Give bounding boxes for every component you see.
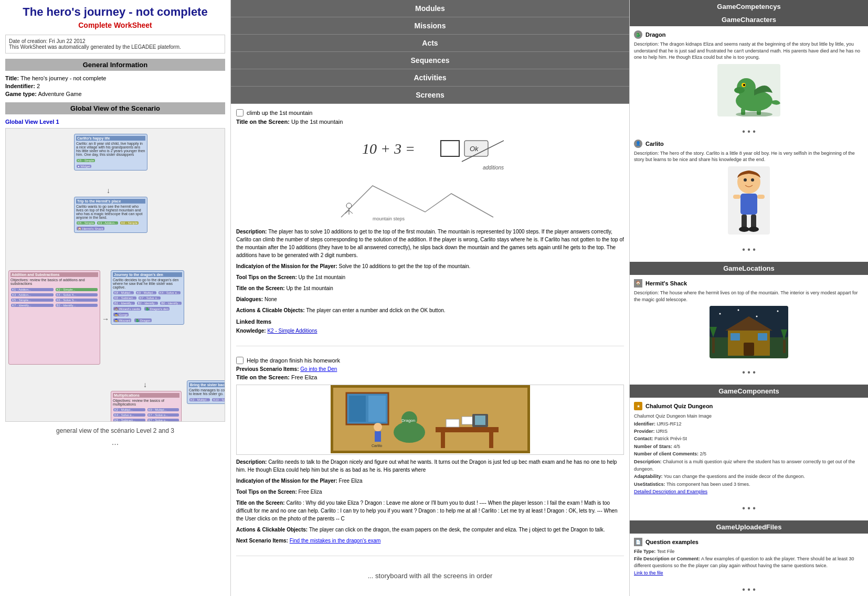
next-link-2[interactable]: Find the mistakes in the dragon's exam	[290, 538, 381, 544]
svg-text:Carlito: Carlito	[372, 444, 382, 448]
b6: K6 - Solve S...	[56, 299, 98, 302]
screen-label-2: Help the dragon finish his homework	[247, 357, 340, 364]
page-subtitle: Complete WorkSheet	[5, 21, 225, 29]
bn-org: 🧙 Gorge	[113, 313, 129, 316]
scenario-diagram: Carlito's happy life Carlito: an 8 year …	[5, 128, 225, 422]
svg-rect-14	[441, 432, 445, 448]
comp-id-label: Identifier:	[634, 421, 655, 427]
svg-point-33	[743, 84, 745, 86]
diag-node-1: Carlito's happy life Carlito: an 8 year …	[74, 134, 147, 171]
hermit-header: 🏠 Hermit's Shack	[634, 279, 864, 288]
title-on-screen-label-1: Title on the Screen:	[236, 119, 291, 125]
carlito-svg	[728, 166, 770, 235]
date-line: Date of creation: Fri Jun 22 2012	[9, 38, 221, 44]
screen-check-2[interactable]	[236, 357, 244, 364]
badge-widget: ● Widget	[77, 165, 91, 168]
ac-value-1: The player can enter a number and dclick…	[306, 307, 445, 313]
screen-check-1[interactable]	[236, 109, 244, 116]
tt-label-1: Tool Tips on the Screen:	[236, 274, 299, 280]
knowledge-link[interactable]: K2 - Simple Additions	[267, 328, 317, 334]
badge-hermit: 🏠 Hermit's Shack	[77, 227, 104, 230]
comp-link[interactable]: Detailed Description and Examples	[634, 489, 707, 494]
nav-modules[interactable]: Modules	[231, 0, 629, 17]
bn-wiz: 🏰 Wizard's castle	[113, 307, 141, 311]
svg-rect-19	[475, 416, 485, 425]
math-display-1: 10 + 3 = Ok additions	[236, 130, 624, 175]
type-value: Adventure Game	[38, 91, 81, 97]
nav-missions[interactable]: Missions	[231, 17, 629, 35]
bn2: K9 - Multipl...	[136, 291, 156, 294]
diag-node-5-title: Bring the sister back	[189, 382, 225, 387]
global-view-level: Global View Level 1	[5, 119, 225, 125]
carlito-name: Carlito	[645, 141, 664, 147]
diag-node-2: Trip to the Hermit's place Carlito wants…	[74, 197, 147, 233]
bottom-note: general view of the scénario Level 2 and…	[5, 427, 225, 434]
bn5: K7 - Solve o...	[139, 296, 161, 300]
screen-title-line-1: Title on the Screen: Up the 1st mountain	[236, 119, 624, 125]
nav-activities[interactable]: Activities	[231, 69, 629, 87]
svg-rect-59	[758, 333, 767, 340]
comp-use-val: This component has been used 3 times.	[666, 482, 750, 487]
dragon-room-svg: Dragon Carlito	[331, 385, 530, 453]
characters-header: GameCharacters	[630, 13, 868, 26]
comp-header: ★ Chalumot Quiz Dungeon	[634, 402, 864, 410]
diag-node-3-title: Journey to the dragon's den	[113, 272, 182, 277]
screen-titlescreen-1: Title on the Screen: Up the 1st mountain	[236, 284, 624, 292]
svg-point-7	[346, 203, 352, 208]
comp-use-label: UseStatistics:	[634, 482, 665, 487]
screen-titlescreen-2: Title on the Screen: Carlito : Why did y…	[236, 499, 624, 523]
m5: K5 - Subtract...	[113, 419, 145, 422]
tt-label-2: Tool Tips on the Screen:	[236, 489, 299, 495]
next-label-2: Next Scenario Items:	[236, 538, 288, 544]
characters-content: 🐉 Dragon Description: The dragon kidnaps…	[630, 26, 868, 262]
badge-k3: K3 - Addion...	[97, 221, 118, 225]
svg-point-51	[719, 313, 721, 315]
arrow-3: ↓	[143, 380, 147, 389]
general-info-header: General Information	[5, 59, 225, 71]
prev-link-2[interactable]: Go into the Den	[300, 366, 337, 372]
hermit-name: Hermit's Shack	[645, 280, 687, 286]
svg-rect-43	[733, 195, 740, 199]
file-link[interactable]: Link to the file	[634, 570, 663, 576]
dl-value-1: None	[264, 296, 277, 302]
bottom-note-middle: ... storyboard with all the screens in o…	[236, 567, 624, 585]
hermit-desc: Description: The house where the hermit …	[634, 290, 864, 303]
dragon-room-image: Dragon Carlito	[236, 385, 624, 455]
svg-point-34	[734, 87, 745, 93]
screen-tooltip-2: Tool Tips on the Screen: Free Eliza	[236, 488, 624, 496]
right-panel: GameCompetencys GameCharacters 🐉 Dragon …	[630, 0, 868, 596]
carlito-icon: 👤	[634, 140, 642, 148]
file-questions: 📄 Question examples File Type: Text File…	[634, 538, 864, 577]
nav-screens[interactable]: Screens	[231, 87, 629, 104]
diag-node-1-text: Carlito: an 8 year old child, live happi…	[76, 142, 145, 156]
component-chalumot: ★ Chalumot Quiz Dungeon Chalumot Quiz Du…	[634, 402, 864, 495]
file-name: Question examples	[645, 539, 698, 545]
bs1: K3 - Multipl...	[189, 398, 210, 401]
hermit-shack-image	[634, 306, 864, 359]
id-label: Indentifier:	[5, 83, 35, 89]
desc-value-2: Carlito needs to talk to the Dragon nice…	[236, 459, 617, 473]
dragon-icon: 🐉	[634, 30, 642, 39]
m2: K9 - Multipl...	[147, 408, 179, 411]
diag-node-1-title: Carlito's happy life	[76, 136, 145, 141]
b4: K4 - Solve 4...	[56, 293, 98, 296]
file-desc-label: File Description or Comment:	[634, 556, 700, 561]
title-on-screen-value-2: Free Eliza	[291, 374, 317, 380]
diag-node-4: Multiplications Objectives: review the b…	[111, 391, 182, 422]
ts-value-1: Up the 1st mountain	[286, 285, 333, 291]
components-content: ★ Chalumot Quiz Dungeon Chalumot Quiz Du…	[630, 398, 868, 520]
arrow-2: →	[102, 315, 109, 323]
bn6: B1 - Identify...	[113, 302, 135, 305]
dragon-name: Dragon	[645, 31, 666, 38]
prev-label-2: Previous Scenario Items:	[236, 366, 299, 372]
ind-label-2: Indicatyion of the Mission for the Playe…	[236, 478, 339, 484]
nav-acts[interactable]: Acts	[231, 35, 629, 52]
nav-sequences[interactable]: Sequences	[231, 52, 629, 69]
screen-item-2: Help the dragon finish his homework Prev…	[236, 357, 624, 556]
svg-point-54	[777, 311, 779, 312]
scenario-header: Global View of the Scenario	[5, 102, 225, 114]
dragon-desc-text: The dragon kidnaps Eliza and seems nasty…	[634, 41, 860, 60]
comp-prov-label: Provider:	[634, 429, 655, 434]
middle-panel: Modules Missions Acts Sequences Activiti…	[231, 0, 630, 596]
dragon-desc-label: Description:	[634, 41, 660, 47]
